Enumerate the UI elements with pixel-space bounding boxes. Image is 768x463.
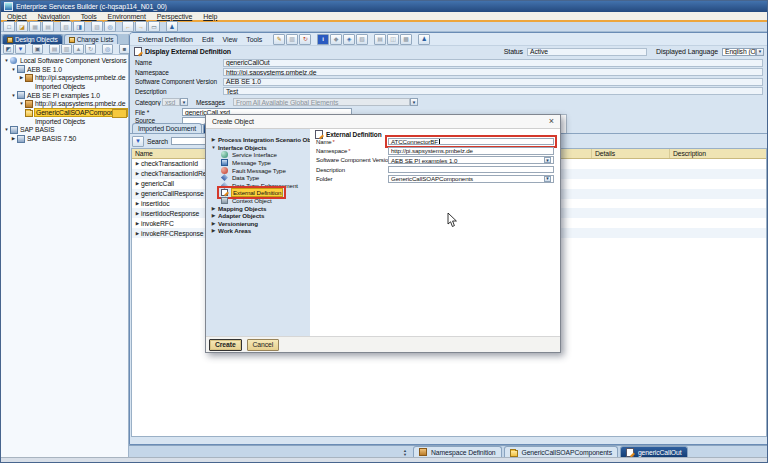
column-header-details[interactable]: Details <box>592 149 670 158</box>
refresh-icon[interactable]: ↻ <box>299 34 311 45</box>
history-icon[interactable]: ▧ <box>356 34 368 45</box>
filter-icon[interactable]: ▼ <box>15 44 26 54</box>
expand-arrow-icon[interactable]: ▶ <box>134 221 141 226</box>
object-type-process-integration-scenario-objects[interactable]: ▶Process Integration Scenario Objects <box>206 136 310 144</box>
open-folder-icon[interactable]: ◪ <box>16 21 28 32</box>
help-icon[interactable]: ♟ <box>166 21 178 32</box>
forward-icon[interactable]: → <box>135 21 147 32</box>
tab-imported-document[interactable]: Imported Document <box>132 123 202 133</box>
tree-item-imported-objects[interactable]: ▶Imported Objects <box>1 82 128 91</box>
tree-item-aeb-se-1-0[interactable]: ▼AEB SE 1.0 <box>1 65 128 74</box>
menu-navigation[interactable]: Navigation <box>38 13 70 20</box>
clipboard-icon[interactable]: ▨ <box>91 21 103 32</box>
menu-tools[interactable]: Tools <box>81 13 97 20</box>
object-type-data-type[interactable]: Data Type <box>206 174 310 182</box>
display-icon[interactable]: ▥ <box>286 34 298 45</box>
print-icon[interactable]: ▤ <box>374 34 386 45</box>
namespace-input[interactable]: http://pi.sapsystems.pmbelz.de <box>388 147 554 155</box>
language-select[interactable]: English (OL) <box>722 48 756 56</box>
new-document-icon[interactable]: □ <box>3 21 15 32</box>
object-type-fault-message-type[interactable]: Fault Message Type <box>206 166 310 174</box>
collapse-arrow-icon[interactable]: ▼ <box>10 67 17 72</box>
export-icon[interactable]: ◫ <box>387 34 399 45</box>
expand-arrow-icon[interactable]: ▶ <box>134 211 141 216</box>
print-icon[interactable]: ▤ <box>42 21 54 32</box>
expand-arrow-icon[interactable]: ▶ <box>210 221 217 226</box>
refresh-icon[interactable]: ↻ <box>85 44 96 54</box>
value-help-dropdown-icon[interactable]: ▼ <box>544 176 551 182</box>
bottom-tab-namespace-definition[interactable]: Namespace Definition <box>413 446 502 457</box>
menu-object[interactable]: Object <box>7 13 27 20</box>
tree-item-http-pi-sapsystems-pmbelz-de[interactable]: ▼http://pi.sapsystems.pmbelz.de <box>1 99 128 108</box>
expand-arrow-icon[interactable]: ▶ <box>134 161 141 166</box>
user-icon[interactable]: ♟ <box>418 34 430 45</box>
sort-icon[interactable]: ▲ <box>73 44 84 54</box>
expand-arrow-icon[interactable]: ▶ <box>134 231 141 236</box>
expand-arrow-icon[interactable]: ▶ <box>210 137 217 142</box>
editor-menu-edit[interactable]: Edit <box>202 36 214 43</box>
menu-environment[interactable]: Environment <box>108 13 146 20</box>
layout-icon[interactable]: ▩ <box>400 34 412 45</box>
menu-perspective[interactable]: Perspective <box>157 13 192 20</box>
tree-item-sap-basis-7-50[interactable]: ▶SAP BASIS 7.50 <box>1 134 128 143</box>
tree-item-http-pi-sapsystems-pmbelz-de[interactable]: ▶http://pi.sapsystems.pmbelz.de <box>1 73 128 82</box>
object-type-work-areas[interactable]: ▶Work Areas <box>206 227 310 235</box>
name-input[interactable]: ATCConnectorBF <box>388 138 554 146</box>
collapse-all-icon[interactable]: ▥ <box>61 44 72 54</box>
window-icon[interactable]: ▭ <box>148 21 160 32</box>
expand-arrow-icon[interactable]: ▶ <box>134 171 141 176</box>
folder-input[interactable]: GenericCallSOAPComponents▼ <box>388 175 554 183</box>
create-button[interactable]: Create <box>209 339 242 351</box>
object-type-mapping-objects[interactable]: ▶Mapping Objects <box>206 204 310 212</box>
scroll-tabs-icon[interactable]: ▲▼ <box>403 449 407 456</box>
object-type-data-type-enhancement[interactable]: Data Type Enhancement <box>206 182 310 190</box>
expand-arrow-icon[interactable]: ▶ <box>134 191 141 196</box>
object-type-service-interface[interactable]: Service Interface <box>206 151 310 159</box>
filter-funnel-icon[interactable]: ▼ <box>132 136 144 147</box>
save-icon[interactable]: ▦ <box>29 21 41 32</box>
object-type-message-type[interactable]: Message Type <box>206 159 310 167</box>
menu-help[interactable]: Help <box>203 13 217 20</box>
object-type-context-object[interactable]: Context Object <box>206 197 310 205</box>
description-input[interactable] <box>388 166 554 174</box>
collapse-arrow-icon[interactable]: ▼ <box>210 145 217 150</box>
close-icon[interactable]: × <box>549 117 554 126</box>
open-object-icon[interactable]: ◩ <box>3 44 14 54</box>
back-icon[interactable]: ← <box>122 21 134 32</box>
tree-item-genericcallsoapcomponents[interactable]: GenericCallSOAPComponents <box>1 108 128 117</box>
editor-menu-external-definition[interactable]: External Definition <box>138 36 193 43</box>
info-icon[interactable]: i <box>317 34 329 45</box>
expand-arrow-icon[interactable]: ▶ <box>210 228 217 233</box>
tab-change-lists[interactable]: Change Lists <box>64 34 119 44</box>
expand-arrow-icon[interactable]: ▶ <box>10 136 17 141</box>
expand-arrow-icon[interactable]: ▶ <box>210 213 217 218</box>
tab-design-objects[interactable]: Design Objects <box>2 34 63 44</box>
display-object-icon[interactable]: ◨ <box>73 21 85 32</box>
language-dropdown-icon[interactable]: ▼ <box>756 48 764 56</box>
expand-arrow-icon[interactable]: ▶ <box>18 75 25 80</box>
tree-item-imported-objects[interactable]: ▶Imported Objects <box>1 117 128 126</box>
navigate-icon[interactable]: ◆ <box>330 34 342 45</box>
object-type-external-definition[interactable]: External Definition <box>206 189 310 197</box>
object-type-versionierung[interactable]: ▶Versionierung <box>206 220 310 228</box>
where-used-icon[interactable]: ◈ <box>343 34 355 45</box>
column-header-description[interactable]: Description <box>670 149 766 158</box>
expand-arrow-icon[interactable]: ▶ <box>210 206 217 211</box>
edit-pencil-icon[interactable]: ✎ <box>273 34 285 45</box>
copy-icon[interactable]: ▧ <box>60 21 72 32</box>
find-icon[interactable]: ◎ <box>102 44 113 54</box>
value-help-dropdown-icon[interactable]: ▼ <box>544 157 551 163</box>
collapse-arrow-icon[interactable]: ▼ <box>10 93 17 98</box>
collapse-arrow-icon[interactable]: ▼ <box>3 127 10 132</box>
tree-view-icon[interactable]: ▣ <box>32 44 43 54</box>
search-icon[interactable]: ◎ <box>104 21 116 32</box>
collapse-arrow-icon[interactable]: ▼ <box>18 101 25 106</box>
expand-arrow-icon[interactable]: ▶ <box>134 201 141 206</box>
object-type-interface-objects[interactable]: ▼Interface Objects <box>206 144 310 152</box>
tree-item-aeb-se-pi-examples-1-0[interactable]: ▼AEB SE PI examples 1.0 <box>1 91 128 100</box>
editor-menu-view[interactable]: View <box>223 36 238 43</box>
tree-item-sap-basis[interactable]: ▼SAP BASIS <box>1 126 128 135</box>
cancel-button[interactable]: Cancel <box>247 339 280 351</box>
expand-arrow-icon[interactable]: ▶ <box>134 181 141 186</box>
object-type-adapter-objects[interactable]: ▶Adapter Objects <box>206 212 310 220</box>
